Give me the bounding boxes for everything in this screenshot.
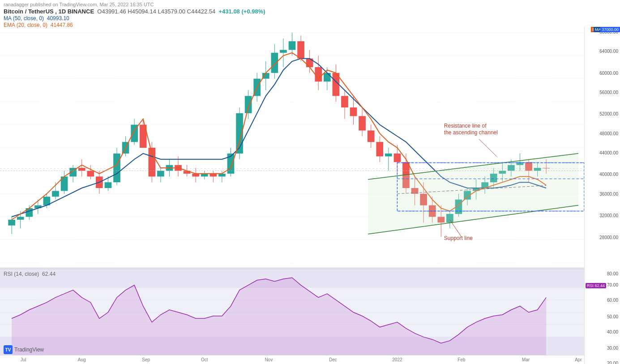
time-oct: Oct	[201, 357, 208, 362]
price-40000: 40000.00	[599, 172, 618, 177]
time-sep: Sep	[142, 357, 150, 362]
tradingview-logo: TV TradingView	[4, 345, 44, 354]
change-pct-val: (+0.98%)	[241, 8, 265, 15]
instrument-line: Bitcoin / TetherUS , 1D BINANCE O43991.4…	[4, 8, 616, 15]
low-val: L43579.00	[158, 8, 185, 15]
rsi-value-text: 62.44	[42, 271, 56, 277]
price-32000: 32000.00	[599, 213, 618, 218]
price-60000: 60000.00	[599, 70, 618, 75]
price-56000: 56000.00	[599, 90, 618, 94]
change-val: +431.08	[218, 8, 239, 15]
ema-value: 41447.86	[51, 22, 73, 28]
rsi-axis: 80.00 70.00 60.00 50.00 40.00 30.00 20.0…	[584, 269, 620, 364]
rsi-50: 50.00	[607, 314, 618, 319]
timeframe: ,	[55, 8, 58, 15]
main-chart	[0, 27, 584, 269]
published-by: ranadagger published on TradingView.com,…	[4, 2, 616, 7]
time-nov: Nov	[265, 357, 273, 362]
ema-line: EMA (20, close, 0) 41447.86	[4, 22, 616, 28]
time-aug: Aug	[78, 357, 86, 362]
ohlc: O43991.46 H45094.14 L43579.00 C44422.54	[96, 8, 217, 15]
close-val: C44422.54	[187, 8, 216, 15]
tv-icon: TV	[4, 345, 13, 354]
rsi-20: 20.00	[607, 360, 618, 364]
price-52000: 52000.00	[599, 111, 618, 116]
price-axis: 68000.00 64000.00 60000.00 56000.00 5200…	[584, 27, 620, 269]
rsi-label-text: RSI (14, close)	[4, 271, 39, 277]
ma-label: MA (50, close, 0)	[4, 15, 44, 21]
chart-divider	[0, 267, 584, 269]
tv-text: TradingView	[14, 347, 44, 353]
time-axis: Jul Aug Sep Oct Nov Dec 2022 Feb Mar Apr	[0, 355, 584, 364]
price-36000: 36000.00	[599, 191, 618, 196]
timeframe-val: 1D	[59, 8, 66, 15]
rsi-80: 80.00	[607, 271, 618, 276]
price-28000: 28000.00	[599, 235, 618, 240]
chart-container: ranadagger published on TradingView.com,…	[0, 0, 620, 364]
time-dec: Dec	[329, 357, 337, 362]
time-mar: Mar	[522, 357, 530, 362]
rsi-60: 60.00	[607, 298, 618, 303]
exchange-val: BINANCE	[68, 8, 94, 15]
change: +431.08 (+0.98%)	[217, 8, 265, 15]
rsi-chart	[0, 269, 584, 355]
time-apr: Apr	[575, 357, 582, 362]
symbol: Bitcoin / TetherUS	[4, 8, 54, 15]
time-feb: Feb	[458, 357, 465, 362]
price-64000: 64000.00	[599, 49, 618, 54]
rsi-badge: RSI 62.44	[586, 283, 606, 288]
open-val: O43991.46	[97, 8, 126, 15]
rsi-70: 70.00	[607, 283, 618, 287]
high-val: H45094.14	[128, 8, 156, 15]
rsi-title: RSI (14, close) 62.44	[4, 271, 56, 277]
rsi-40: 40.00	[607, 329, 618, 334]
price-44000: 44000.00	[599, 150, 618, 155]
ma-value: 40993.10	[47, 15, 69, 21]
time-jul: Jul	[21, 357, 26, 362]
rsi-30: 30.00	[607, 345, 618, 350]
time-2022: 2022	[392, 357, 402, 362]
ma-line: MA (50, close, 0) 40993.10	[4, 15, 616, 21]
header: ranadagger published on TradingView.com,…	[0, 0, 620, 27]
price-48000: 48000.00	[599, 131, 618, 136]
ema-label: EMA (20, close, 0)	[4, 22, 47, 28]
